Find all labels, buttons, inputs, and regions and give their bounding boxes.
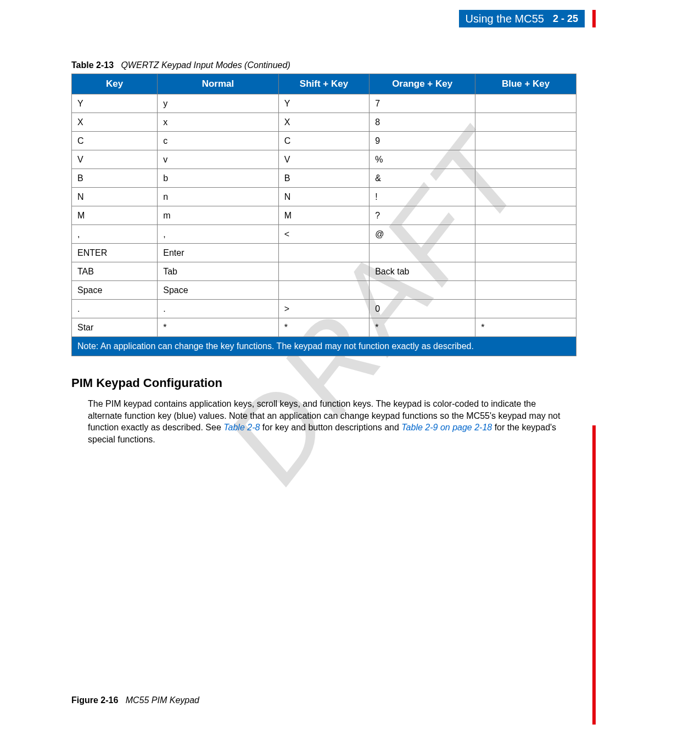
header-page-number: 2 - 25 [553,13,578,25]
table-row: CcC9 [72,132,576,150]
table-cell [475,132,576,150]
table-cell: 8 [369,113,475,132]
table-cell [278,281,369,300]
link-table-2-8[interactable]: Table 2-8 [223,423,260,432]
table-row: MmM? [72,206,576,225]
section-paragraph: The PIM keypad contains application keys… [88,398,571,445]
table-cell [475,262,576,281]
table-cell: > [278,300,369,318]
table-header-row: Key Normal Shift + Key Orange + Key Blue… [72,74,576,94]
table-row: ENTEREnter [72,244,576,262]
table-cell [369,281,475,300]
table-caption-title: QWERTZ Keypad Input Modes (Continued) [121,60,290,70]
table-cell: Y [72,94,158,113]
table-cell [475,94,576,113]
table-note: Note: An application can change the key … [72,337,576,356]
table-cell [475,113,576,132]
table-cell [369,244,475,262]
header-title: Using the MC55 [466,13,544,25]
table-row: XxX8 [72,113,576,132]
table-row: NnN! [72,188,576,206]
table-row: ..>0 [72,300,576,318]
table-cell: M [278,206,369,225]
figure-caption: Figure 2-16 MC55 PIM Keypad [71,695,199,705]
table-cell: , [158,225,279,244]
table-cell: * [369,318,475,337]
table-cell: m [158,206,279,225]
table-cell: x [158,113,279,132]
table-cell: Back tab [369,262,475,281]
table-cell: C [278,132,369,150]
table-cell: < [278,225,369,244]
table-cell: c [158,132,279,150]
table-cell: Space [72,281,158,300]
table-cell: 0 [369,300,475,318]
page-header: Using the MC55 2 - 25 [459,10,585,27]
table-cell: C [72,132,158,150]
table-cell: y [158,94,279,113]
table-cell: n [158,188,279,206]
table-row: ,,<@ [72,225,576,244]
table-cell: @ [369,225,475,244]
table-note-row: Note: An application can change the key … [72,337,576,356]
table-cell: ! [369,188,475,206]
table-cell: B [278,169,369,188]
table-cell: . [158,300,279,318]
table-cell: , [72,225,158,244]
th-orange: Orange + Key [369,74,475,94]
table-row: Star**** [72,318,576,337]
table-cell [475,225,576,244]
table-cell: Star [72,318,158,337]
figure-label: Figure 2-16 [71,695,118,705]
table-cell: TAB [72,262,158,281]
table-cell: * [475,318,576,337]
table-cell: X [278,113,369,132]
table-cell: b [158,169,279,188]
table-row: BbB& [72,169,576,188]
table-cell: & [369,169,475,188]
table-cell: * [158,318,279,337]
table-cell: B [72,169,158,188]
table-cell: 7 [369,94,475,113]
table-cell [278,262,369,281]
table-cell: M [72,206,158,225]
table-row: YyY7 [72,94,576,113]
table-cell: X [72,113,158,132]
para-mid: for key and button descriptions and [260,423,401,432]
table-cell: Y [278,94,369,113]
table-cell [475,244,576,262]
table-row: SpaceSpace [72,281,576,300]
table-cell: V [278,150,369,169]
table-cell [475,169,576,188]
table-cell [278,244,369,262]
keypad-table: Key Normal Shift + Key Orange + Key Blue… [71,74,576,356]
table-cell [475,300,576,318]
table-row: VvV% [72,150,576,169]
th-key: Key [72,74,158,94]
table-cell: * [278,318,369,337]
table-cell: Tab [158,262,279,281]
table-cell [475,188,576,206]
table-cell: V [72,150,158,169]
table-cell: . [72,300,158,318]
th-shift: Shift + Key [278,74,369,94]
table-cell: N [278,188,369,206]
table-caption-label: Table 2-13 [71,60,114,70]
th-blue: Blue + Key [475,74,576,94]
table-cell: Space [158,281,279,300]
table-cell: ENTER [72,244,158,262]
section-heading: PIM Keypad Configuration [71,376,576,390]
link-table-2-9[interactable]: Table 2-9 on page 2-18 [401,423,492,432]
table-cell: Enter [158,244,279,262]
table-cell: N [72,188,158,206]
red-stripe-side [592,425,596,725]
figure-title: MC55 PIM Keypad [126,695,199,705]
th-normal: Normal [158,74,279,94]
table-cell: 9 [369,132,475,150]
table-cell [475,206,576,225]
table-cell: v [158,150,279,169]
table-row: TABTabBack tab [72,262,576,281]
table-cell [475,150,576,169]
red-stripe-top [592,10,596,27]
table-cell: ? [369,206,475,225]
